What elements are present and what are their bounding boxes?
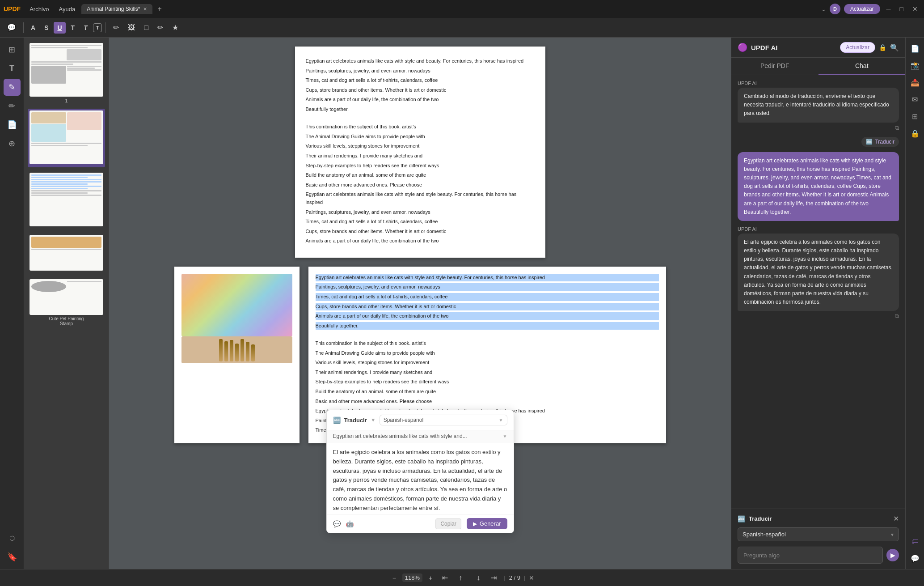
sidebar-thumbnail-btn[interactable]: ⊞ [4,41,21,58]
active-tab[interactable]: Animal Painting Skills* ✕ [81,4,152,14]
prev-page-btn[interactable]: ↑ [455,572,466,584]
sidebar-highlight-btn[interactable]: ✎ [4,79,21,96]
chat-area[interactable]: UPDF AI Cambiado al modo de traducción, … [731,75,905,509]
comment-tool-btn[interactable]: 💬 [4,21,20,34]
zoom-level-display[interactable]: 118% [402,573,422,582]
translate-lang-select[interactable]: Spanish-español [738,527,899,541]
far-right-grid-btn[interactable]: ⊞ [908,109,922,123]
context-ai-icon[interactable]: 🤖 [346,520,354,527]
next-page-btn[interactable]: ↓ [473,572,484,584]
far-right-pdf-btn[interactable]: 📄 [908,41,922,55]
eraser-btn[interactable]: ✏ [110,21,122,34]
thumbnail-img-1 [30,43,103,97]
copy-message-3-btn[interactable]: ⧉ [895,313,899,320]
text-tool-btn1[interactable]: T [68,22,79,34]
thumbnail-page-1[interactable]: 1 [28,41,105,105]
text-tool-btn3[interactable]: T [93,23,102,32]
context-dropdown-icon[interactable]: ▼ [371,417,376,423]
chat-message-3: UPDF AI El arte egipcio celebra a los an… [738,226,899,320]
generate-button[interactable]: ▶ Generar [467,518,507,529]
sidebar-export-btn[interactable]: ⬡ [4,530,21,547]
translate-input-field[interactable]: Pregunta algo [738,547,883,564]
far-right-lock-btn[interactable]: 🔒 [908,126,922,140]
app-logo: UPDF [4,5,21,13]
thumbnail-page-2[interactable] [28,109,105,167]
brushes-image [181,336,292,363]
translate-panel-title: Traducir [749,515,890,522]
thumbnail-label-1: 1 [30,98,103,103]
update-button[interactable]: Actualizar [844,4,880,14]
ai-panel-title: UPDF AI [751,44,777,51]
sidebar-annotation-btn[interactable]: ✏ [4,98,21,115]
stamp-btn[interactable]: 🖼 [124,21,139,34]
tab-pedir-pdf[interactable]: Pedir PDF [731,58,819,75]
thumbnail-page-5[interactable]: Cute Pet PaintingStamp [28,277,105,328]
thumbnail-img-3 [30,173,103,226]
context-source-chevron[interactable]: ▼ [503,434,507,439]
close-nav-btn[interactable]: ✕ [529,574,534,582]
copy-button[interactable]: Copiar [435,518,461,529]
sidebar-text-btn[interactable]: T [4,60,21,77]
translate-close-btn[interactable]: ✕ [893,514,899,523]
brush-4 [235,344,239,361]
titlebar: UPDF Archivo Ayuda Animal Painting Skill… [0,0,924,18]
page-info-display: 2 / 9 [509,574,520,581]
star-btn[interactable]: ★ [169,21,182,34]
last-page-btn[interactable]: ⇥ [487,572,500,584]
thumbnail-img-5 [30,279,103,315]
context-translate-icon: 🔤 [333,416,341,424]
traducir-badge[interactable]: 🔤 Traducir [861,137,899,147]
brush-1 [219,339,223,361]
brush-2 [224,341,228,361]
strikethrough-tool-btn[interactable]: S [41,22,52,34]
pdf-viewer[interactable]: Egyptian art celebrates animals like cat… [109,38,731,569]
context-footer: 💬 🤖 Copiar ▶ Generar [327,514,514,533]
context-result-text: El arte egipcio celebra a los animales c… [327,442,514,514]
user-avatar: D [830,4,840,14]
context-translate-label: Traducir [344,417,367,424]
far-right-tag-btn[interactable]: 🏷 [908,534,922,548]
sidebar-pages-btn[interactable]: 📄 [4,116,21,133]
menu-ayuda[interactable]: Ayuda [55,4,79,14]
sidebar-layers-btn[interactable]: ⊕ [4,135,21,152]
ai-actualizar-btn[interactable]: Actualizar [840,42,875,53]
underline-tool-btn[interactable]: U [54,22,65,34]
thumbnail-page-4[interactable] [28,233,105,274]
left-sidebar: ⊞ T ✎ ✏ 📄 ⊕ ⬡ 🔖 [0,38,24,569]
highlight-tool-btn[interactable]: A [27,22,39,34]
thumbnail-page-3[interactable] [28,171,105,229]
minimize-btn[interactable]: ─ [884,5,894,13]
shape-btn[interactable]: □ [140,21,152,34]
far-right-photo-btn[interactable]: 📸 [908,58,922,72]
chat-sender-3: UPDF AI [738,226,899,232]
generate-icon: ▶ [473,521,477,527]
ai-panel-header: 🟣 UPDF AI Actualizar 🔒 🔍 [731,38,905,58]
thumbnail-label-5: Cute Pet PaintingStamp [30,316,103,326]
ai-panel: 🟣 UPDF AI Actualizar 🔒 🔍 Pedir PDF Chat … [731,38,905,569]
maximize-btn[interactable]: □ [897,5,906,13]
lock-icon[interactable]: 🔒 [879,44,886,51]
pencil-btn[interactable]: ✏ [154,21,167,34]
text-tool-btn2[interactable]: T [80,22,91,34]
zoom-in-btn[interactable]: + [426,573,435,583]
close-btn[interactable]: ✕ [910,5,920,13]
brush-7 [251,344,255,361]
new-tab-btn[interactable]: + [158,5,162,13]
context-lang-select[interactable]: Spanish-español ▼ [380,415,507,425]
context-chat-icon[interactable]: 💬 [333,520,341,527]
far-right-email-btn[interactable]: ✉ [908,92,922,106]
menu-archivo[interactable]: Archivo [26,4,52,14]
far-right-comment-btn[interactable]: 💬 [908,551,922,565]
sidebar-bookmark-btn[interactable]: 🔖 [4,548,21,565]
copy-message-1-btn[interactable]: ⧉ [895,124,899,132]
search-icon[interactable]: 🔍 [890,43,899,52]
tab-close-btn[interactable]: ✕ [143,6,147,12]
tab-chat[interactable]: Chat [819,58,906,75]
pdf-page-2: Egyptian art celebrates animals like cat… [295,47,545,258]
dropdown-icon[interactable]: ⌄ [821,6,826,13]
far-right-download-btn[interactable]: 📥 [908,75,922,89]
zoom-out-btn[interactable]: − [390,573,399,583]
first-page-btn[interactable]: ⇤ [439,572,451,584]
translate-send-btn[interactable]: ▶ [886,549,899,561]
context-source-row: Egyptian art celebrates animals like cat… [327,430,514,442]
